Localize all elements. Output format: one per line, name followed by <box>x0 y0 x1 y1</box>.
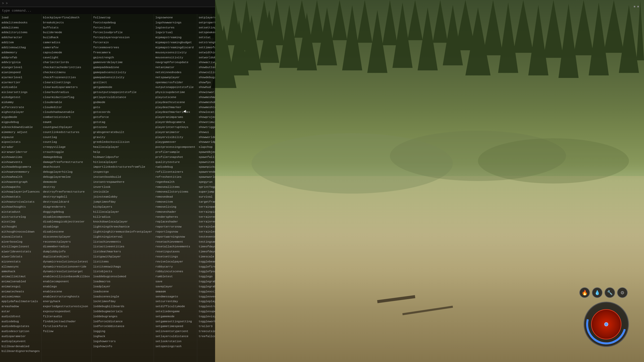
command-item[interactable]: getlayerculdistance <box>92 95 153 100</box>
command-item[interactable]: gotocoords <box>92 110 153 115</box>
command-item[interactable]: terrainrender <box>198 214 215 219</box>
command-item[interactable]: loaddebugconsolemod <box>92 274 153 279</box>
command-item[interactable]: aiforcestrate <box>1 105 41 110</box>
command-item[interactable]: showmeshtrianlecounts <box>198 105 215 110</box>
command-item[interactable]: timeofdayconnectiondebug <box>198 244 215 249</box>
command-item[interactable]: cameradiss <box>42 40 91 45</box>
command-item[interactable]: clearmidactionflag <box>42 95 91 100</box>
command-item[interactable]: joinsteamlobby <box>92 194 153 199</box>
command-item[interactable]: togglevisync <box>198 314 215 319</box>
command-item[interactable]: togglegrabberdebug <box>198 279 215 284</box>
command-item[interactable]: enablestructureghosts <box>42 294 91 299</box>
command-item[interactable]: aigpudebug <box>1 120 41 125</box>
command-item[interactable]: aimemory adjust <box>1 130 41 135</box>
command-item[interactable]: buffstats <box>42 25 91 30</box>
command-item[interactable]: setstrengthevel <box>198 40 215 45</box>
command-item[interactable]: showworldobjects <box>198 135 215 140</box>
command-item[interactable]: removeallitems <box>154 185 196 190</box>
command-item[interactable]: audioplayevent <box>1 339 41 344</box>
command-item[interactable]: cloudshadowsenable <box>42 110 91 115</box>
command-item[interactable]: aivillageclosest <box>1 244 41 249</box>
command-item[interactable]: hideworldposfor <box>92 155 153 160</box>
command-item[interactable]: heallocalplayer <box>92 145 153 150</box>
command-item[interactable]: locktimeofday <box>92 299 153 304</box>
command-item[interactable]: loddebugbillboards <box>92 304 153 309</box>
command-item[interactable]: lightninghitreemustbeinfrontplayer <box>92 229 153 234</box>
command-item[interactable]: animalsenabled <box>1 279 41 284</box>
command-item[interactable]: forcecloud <box>92 25 153 30</box>
command-item[interactable]: openmacrosfolder <box>154 80 196 85</box>
command-item[interactable]: aipoolstats <box>1 140 41 145</box>
command-item[interactable]: playdeathmarker <box>154 105 196 110</box>
command-item[interactable]: dumplobbyinfo <box>42 249 91 254</box>
command-item[interactable]: aiverboselog <box>1 239 41 244</box>
command-item[interactable]: setproperty <box>198 20 215 25</box>
command-item[interactable]: togglesuperstructureroomsvisualdebug <box>198 309 215 314</box>
command-item[interactable]: gcollect <box>92 80 153 85</box>
command-item[interactable]: trailer3 <box>198 324 215 329</box>
console-input-area[interactable] <box>0 7 215 14</box>
command-item[interactable]: countgowithplayer <box>42 125 91 130</box>
command-item[interactable]: mouseyxsensitivity <box>154 50 196 55</box>
command-item[interactable]: gamepadsensitivity <box>92 75 153 80</box>
hud-gear-icon[interactable]: ⚙ <box>617 287 628 298</box>
command-item[interactable]: clearbushradius <box>42 90 91 95</box>
command-item[interactable]: dynamicresolutioncycletest <box>42 259 91 264</box>
command-item[interactable]: season <box>154 289 196 294</box>
command-item[interactable]: aishowevents <box>1 160 41 165</box>
command-item[interactable]: forceemovetrees <box>92 45 153 50</box>
command-item[interactable]: allowasync <box>1 264 41 269</box>
command-item[interactable]: aishowthoughts <box>1 204 41 209</box>
command-item[interactable]: setlayerculdistance <box>154 334 196 339</box>
command-item[interactable]: forceplayerexpression <box>92 35 153 40</box>
command-item[interactable]: getoutputsnappointstofile <box>92 90 153 95</box>
command-item[interactable]: additemswithag <box>1 45 41 50</box>
command-item[interactable]: audio2dtest <box>1 314 41 319</box>
command-item[interactable]: instantbookbuild <box>92 174 153 179</box>
command-item[interactable]: showcollisionobjectnames <box>198 70 215 75</box>
command-item[interactable]: robbycarry <box>154 264 196 269</box>
command-item[interactable]: spawnObjectStats <box>198 150 215 155</box>
command-item[interactable]: aishowsurvivalstats <box>1 199 41 204</box>
command-item[interactable]: debugplayerhitlog <box>42 169 91 174</box>
command-item[interactable]: terrainparallax <box>198 204 215 209</box>
command-item[interactable]: selinventorypercent <box>154 329 196 334</box>
command-item[interactable]: destroyragdoll <box>42 194 91 199</box>
command-item[interactable]: timescale <box>198 254 215 259</box>
command-item[interactable]: gamepaddeadzone <box>92 65 153 70</box>
command-item[interactable]: aiworldeventstats <box>1 249 41 254</box>
command-item[interactable]: disablecomponent <box>42 214 91 219</box>
command-item[interactable]: treecutsimlatebolt <box>198 329 215 334</box>
command-item[interactable]: killlocalplayer <box>92 209 153 214</box>
command-item[interactable]: profilersnapshot <box>154 155 196 160</box>
command-item[interactable]: dynamicresolutiontarget <box>42 269 91 274</box>
command-item[interactable]: removeshader <box>154 209 196 214</box>
command-item[interactable]: removeitem <box>154 199 196 204</box>
command-item[interactable]: testeventmask <box>198 234 215 239</box>
command-item[interactable]: timeofdaydebug <box>198 249 215 254</box>
command-item[interactable]: lightningthreechantce <box>92 224 153 229</box>
command-item[interactable]: disconnectplayer <box>42 234 91 239</box>
command-item[interactable]: aistructurelog <box>1 214 41 219</box>
command-item[interactable]: killradius <box>92 214 153 219</box>
command-item[interactable]: loadmacros <box>92 279 153 284</box>
command-item[interactable]: destroyfreeformstructure <box>42 189 91 194</box>
command-item[interactable]: applydafaultmaterials <box>1 299 41 304</box>
command-item[interactable]: radiodebug <box>154 164 196 169</box>
command-item[interactable]: togglestructureresistancedebug <box>198 304 215 309</box>
command-item[interactable]: aithoughtnocooldown <box>1 229 41 234</box>
command-item[interactable]: togglego <box>198 274 215 279</box>
command-item[interactable]: disablego <box>42 224 91 229</box>
command-item[interactable]: buildhack <box>42 35 91 40</box>
command-item[interactable]: playeranimparams <box>154 115 196 120</box>
command-item[interactable]: addalitems <box>1 25 41 30</box>
command-item[interactable]: audiodebugstates <box>1 324 41 329</box>
command-item[interactable]: renderspheres <box>154 214 196 219</box>
command-item[interactable]: logshowerrors <box>92 339 153 344</box>
command-item[interactable]: playgameover <box>154 140 196 145</box>
command-item[interactable]: showdebugzones <box>198 75 215 80</box>
command-item[interactable]: setwidthintensity <box>198 50 215 55</box>
command-item[interactable]: listitems <box>92 259 153 264</box>
command-item[interactable]: togglefiredebug <box>198 264 215 269</box>
command-item[interactable]: cloudenable <box>42 100 91 105</box>
